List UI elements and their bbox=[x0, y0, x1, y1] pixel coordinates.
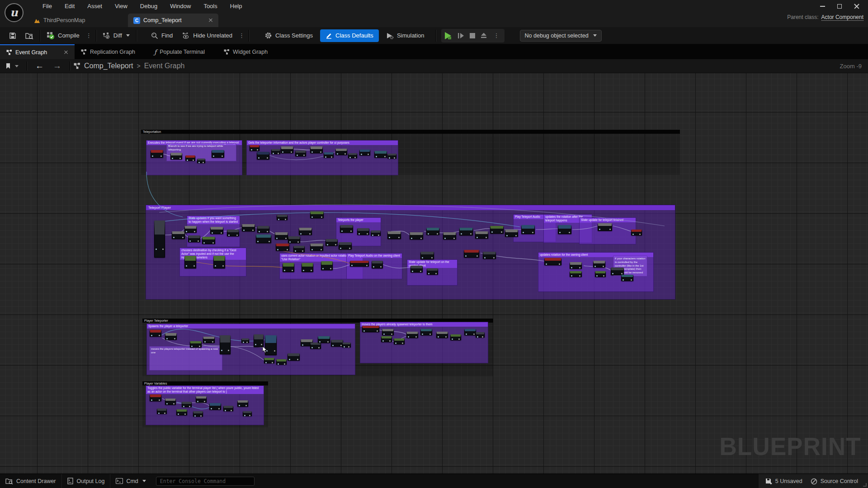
breadcrumb-page[interactable]: Event Graph bbox=[144, 62, 185, 70]
blueprint-node[interactable] bbox=[374, 151, 387, 158]
blueprint-node[interactable] bbox=[243, 411, 252, 416]
asset-tab-comp-teleport[interactable]: C Comp_Teleport bbox=[128, 14, 218, 27]
blueprint-node[interactable] bbox=[281, 146, 293, 153]
blueprint-node[interactable] bbox=[443, 232, 456, 239]
blueprint-node[interactable] bbox=[276, 359, 287, 365]
blueprint-node[interactable] bbox=[372, 261, 383, 268]
blueprint-node[interactable] bbox=[277, 215, 288, 220]
source-control-button[interactable]: Source Control bbox=[811, 474, 858, 488]
blueprint-node[interactable] bbox=[340, 225, 353, 233]
debug-object-select[interactable]: No debug object selected bbox=[520, 30, 602, 42]
blueprint-node[interactable] bbox=[324, 152, 334, 158]
blueprint-node[interactable] bbox=[450, 334, 461, 340]
blueprint-node[interactable] bbox=[288, 353, 300, 361]
compile-options-button[interactable]: ⋮ bbox=[84, 32, 94, 39]
blueprint-node[interactable] bbox=[182, 402, 192, 407]
blueprint-canvas[interactable]: BLUEPRINT TeleportationExecutes the tele… bbox=[0, 73, 868, 474]
blueprint-node[interactable] bbox=[426, 228, 439, 235]
blueprint-node[interactable] bbox=[342, 343, 351, 347]
blueprint-node[interactable] bbox=[464, 250, 479, 258]
blueprint-node[interactable] bbox=[165, 333, 177, 340]
blueprint-node[interactable] bbox=[420, 329, 432, 335]
menu-file[interactable]: File bbox=[36, 0, 58, 12]
blueprint-node[interactable] bbox=[293, 246, 305, 252]
blueprint-node[interactable] bbox=[250, 145, 259, 151]
blueprint-node[interactable] bbox=[420, 252, 434, 259]
find-button[interactable]: Find bbox=[146, 27, 177, 44]
save-button[interactable] bbox=[5, 27, 21, 44]
blueprint-node[interactable] bbox=[475, 231, 488, 239]
play-button[interactable] bbox=[444, 32, 453, 40]
browse-button[interactable] bbox=[21, 27, 38, 44]
menu-edit[interactable]: Edit bbox=[58, 0, 81, 12]
blueprint-node[interactable] bbox=[357, 228, 369, 235]
blueprint-node[interactable] bbox=[193, 411, 203, 417]
tab-populate-terminal[interactable]: ƒ Populate Terminal bbox=[148, 44, 211, 59]
blueprint-node[interactable] bbox=[359, 150, 370, 155]
blueprint-node[interactable] bbox=[321, 261, 333, 270]
blueprint-node[interactable] bbox=[331, 340, 343, 347]
blueprint-node[interactable] bbox=[410, 266, 423, 272]
blueprint-node[interactable] bbox=[210, 227, 223, 234]
output-log-button[interactable]: Output Log bbox=[62, 474, 110, 488]
close-tab-icon[interactable] bbox=[208, 18, 213, 23]
blueprint-node[interactable] bbox=[172, 231, 185, 239]
hide-unrelated-button[interactable]: Hide Unrelated bbox=[177, 27, 237, 44]
eject-button[interactable] bbox=[480, 32, 487, 39]
unreal-logo[interactable]: u bbox=[5, 3, 24, 22]
blueprint-node[interactable] bbox=[310, 146, 323, 153]
blueprint-node[interactable] bbox=[190, 341, 202, 347]
tab-widget-graph[interactable]: Widget Graph bbox=[217, 44, 274, 59]
blueprint-node[interactable] bbox=[299, 228, 312, 235]
class-settings-button[interactable]: Class Settings bbox=[260, 27, 317, 44]
blueprint-node[interactable] bbox=[256, 235, 271, 243]
blueprint-node[interactable] bbox=[154, 221, 165, 258]
blueprint-node[interactable] bbox=[227, 230, 239, 236]
menu-debug[interactable]: Debug bbox=[134, 0, 164, 12]
blueprint-node[interactable] bbox=[271, 149, 280, 154]
blueprint-node[interactable] bbox=[310, 343, 321, 349]
blueprint-node[interactable] bbox=[476, 332, 485, 338]
blueprint-node[interactable] bbox=[505, 230, 518, 237]
blueprint-node[interactable] bbox=[220, 335, 231, 354]
blueprint-node[interactable] bbox=[170, 153, 182, 160]
blueprint-node[interactable] bbox=[595, 271, 606, 277]
blueprint-node[interactable] bbox=[611, 267, 624, 275]
blueprint-node[interactable] bbox=[371, 230, 381, 236]
blueprint-node[interactable] bbox=[381, 336, 392, 342]
blueprint-node[interactable] bbox=[570, 271, 582, 277]
compile-button[interactable]: Compile bbox=[42, 27, 84, 44]
blueprint-node[interactable] bbox=[283, 263, 294, 272]
blueprint-node[interactable] bbox=[150, 330, 161, 337]
menu-asset[interactable]: Asset bbox=[81, 0, 108, 12]
blueprint-node[interactable] bbox=[406, 332, 418, 338]
asset-tab-thirdpersonmap[interactable]: ThirdPersonMap bbox=[28, 14, 90, 27]
menu-window[interactable]: Window bbox=[164, 0, 197, 12]
blueprint-node[interactable] bbox=[631, 230, 642, 235]
blueprint-node[interactable] bbox=[223, 406, 233, 411]
blueprint-node[interactable] bbox=[410, 232, 423, 239]
blueprint-node[interactable] bbox=[382, 329, 394, 335]
close-tab-icon[interactable] bbox=[64, 50, 68, 55]
blueprint-node[interactable] bbox=[196, 396, 207, 403]
blueprint-node[interactable] bbox=[275, 232, 288, 239]
blueprint-node[interactable] bbox=[459, 228, 473, 235]
blueprint-node[interactable] bbox=[310, 211, 324, 218]
blueprint-node[interactable] bbox=[339, 242, 352, 249]
blueprint-node[interactable] bbox=[203, 337, 215, 343]
blueprint-node[interactable] bbox=[326, 239, 338, 246]
minimize-button[interactable] bbox=[814, 0, 831, 12]
blueprint-node[interactable] bbox=[318, 336, 330, 343]
maximize-button[interactable] bbox=[831, 0, 848, 12]
console-command-input[interactable] bbox=[156, 477, 255, 486]
blueprint-node[interactable] bbox=[151, 150, 163, 158]
blueprint-node[interactable] bbox=[295, 150, 306, 156]
blueprint-node[interactable] bbox=[521, 225, 535, 234]
breadcrumb-asset[interactable]: Comp_Teleport bbox=[84, 62, 133, 70]
blueprint-node[interactable] bbox=[184, 256, 196, 268]
blueprint-node[interactable] bbox=[490, 226, 504, 234]
blueprint-node[interactable] bbox=[310, 244, 323, 251]
blueprint-node[interactable] bbox=[276, 244, 289, 251]
blueprint-node[interactable] bbox=[427, 268, 438, 275]
blueprint-node[interactable] bbox=[237, 400, 248, 407]
